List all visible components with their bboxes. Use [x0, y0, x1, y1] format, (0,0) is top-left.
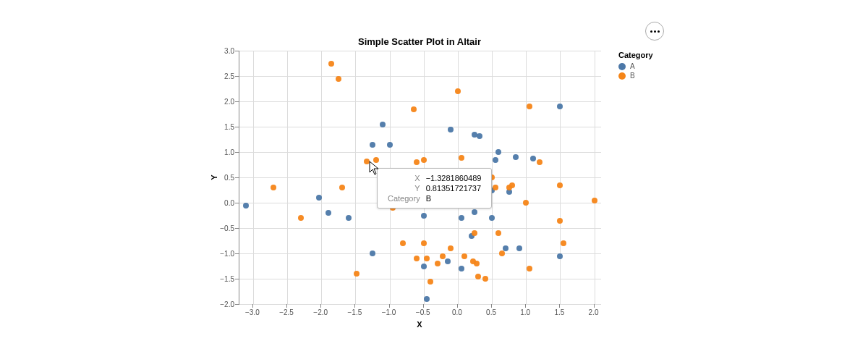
y-tick-label: −1.0 — [220, 250, 239, 258]
data-point[interactable] — [516, 245, 522, 251]
tick-mark — [525, 304, 526, 308]
data-point[interactable] — [421, 157, 427, 163]
data-point[interactable] — [424, 256, 430, 261]
gridline-h — [239, 279, 601, 279]
data-point[interactable] — [298, 215, 304, 221]
data-point[interactable] — [414, 159, 420, 165]
data-point[interactable] — [495, 230, 501, 236]
legend-item[interactable]: A — [618, 62, 653, 70]
data-point[interactable] — [499, 251, 505, 256]
y-tick-label: −2.0 — [220, 300, 239, 308]
data-point[interactable] — [459, 155, 464, 161]
data-point[interactable] — [472, 209, 477, 215]
data-point[interactable] — [472, 230, 477, 236]
data-point[interactable] — [400, 240, 406, 246]
data-point[interactable] — [440, 253, 446, 259]
x-tick-label: −2.5 — [279, 308, 294, 316]
y-tick-label: 0.0 — [224, 199, 239, 207]
data-point[interactable] — [459, 215, 464, 221]
data-point[interactable] — [435, 198, 441, 203]
data-point[interactable] — [424, 296, 430, 302]
data-point[interactable] — [527, 104, 532, 109]
data-point[interactable] — [592, 198, 597, 203]
data-point[interactable] — [364, 159, 370, 164]
y-tick-label: 2.0 — [224, 98, 239, 106]
data-point[interactable] — [523, 200, 529, 206]
data-point[interactable] — [509, 182, 515, 188]
data-point[interactable] — [477, 133, 482, 139]
data-point[interactable] — [479, 177, 485, 183]
data-point[interactable] — [557, 182, 563, 188]
data-point[interactable] — [469, 169, 475, 175]
data-point[interactable] — [387, 180, 393, 185]
data-point[interactable] — [513, 154, 519, 160]
actions-menu-button[interactable] — [645, 22, 664, 41]
data-point[interactable] — [354, 271, 359, 277]
data-point[interactable] — [561, 240, 566, 246]
data-point[interactable] — [370, 251, 375, 256]
data-point[interactable] — [530, 156, 536, 161]
data-point[interactable] — [448, 127, 454, 132]
data-point[interactable] — [445, 258, 451, 264]
x-tick-label: −2.0 — [313, 308, 328, 316]
data-point[interactable] — [387, 142, 393, 148]
ellipsis-icon — [658, 30, 660, 33]
data-point[interactable] — [489, 215, 495, 221]
data-point[interactable] — [316, 195, 322, 201]
data-point[interactable] — [493, 157, 498, 163]
data-point[interactable] — [489, 174, 495, 180]
data-point[interactable] — [461, 253, 467, 259]
data-point[interactable] — [427, 279, 433, 285]
tick-mark — [389, 304, 390, 308]
x-tick-label: 1.0 — [520, 308, 530, 316]
data-point[interactable] — [474, 261, 480, 266]
data-point[interactable] — [339, 185, 345, 190]
tick-mark — [354, 304, 355, 308]
y-tick-label: 2.5 — [224, 72, 239, 80]
data-point[interactable] — [346, 215, 352, 221]
data-point[interactable] — [326, 210, 331, 216]
data-point[interactable] — [557, 253, 563, 259]
data-point[interactable] — [459, 266, 464, 272]
data-point[interactable] — [495, 149, 501, 155]
data-point[interactable] — [475, 274, 481, 279]
x-tick-label: −1.5 — [348, 308, 362, 316]
data-point[interactable] — [557, 104, 563, 109]
data-point[interactable] — [557, 218, 563, 224]
data-point[interactable] — [482, 276, 488, 282]
data-point[interactable] — [455, 88, 461, 94]
data-point[interactable] — [455, 172, 461, 178]
data-point[interactable] — [390, 205, 396, 211]
data-point[interactable] — [448, 245, 454, 251]
data-point[interactable] — [537, 159, 542, 165]
data-point[interactable] — [373, 157, 379, 163]
data-point[interactable] — [370, 142, 375, 148]
data-point[interactable] — [435, 261, 441, 266]
data-point[interactable] — [411, 106, 417, 112]
tick-mark — [491, 304, 492, 308]
legend-item[interactable]: B — [618, 72, 653, 80]
data-point[interactable] — [271, 185, 276, 190]
data-point[interactable] — [493, 185, 498, 190]
x-tick-label: 0.5 — [486, 308, 496, 316]
data-point[interactable] — [421, 264, 427, 269]
data-point[interactable] — [421, 213, 427, 219]
data-point[interactable] — [527, 266, 532, 272]
data-point[interactable] — [243, 203, 249, 209]
gridline-h — [239, 101, 601, 102]
data-point[interactable] — [459, 200, 464, 206]
gridline-h — [239, 127, 601, 127]
tick-mark — [457, 304, 458, 308]
plot-area[interactable] — [239, 51, 601, 305]
ellipsis-icon — [654, 30, 656, 33]
data-point[interactable] — [336, 76, 341, 82]
y-tick-label: −1.5 — [220, 275, 239, 283]
data-point[interactable] — [328, 61, 334, 67]
y-tick-label: 1.5 — [224, 123, 239, 131]
x-tick-label: −0.5 — [416, 308, 430, 316]
data-point[interactable] — [414, 256, 420, 261]
data-point[interactable] — [421, 240, 427, 246]
data-point[interactable] — [380, 122, 386, 127]
gridline-h — [239, 152, 601, 153]
legend-label: B — [630, 72, 635, 80]
